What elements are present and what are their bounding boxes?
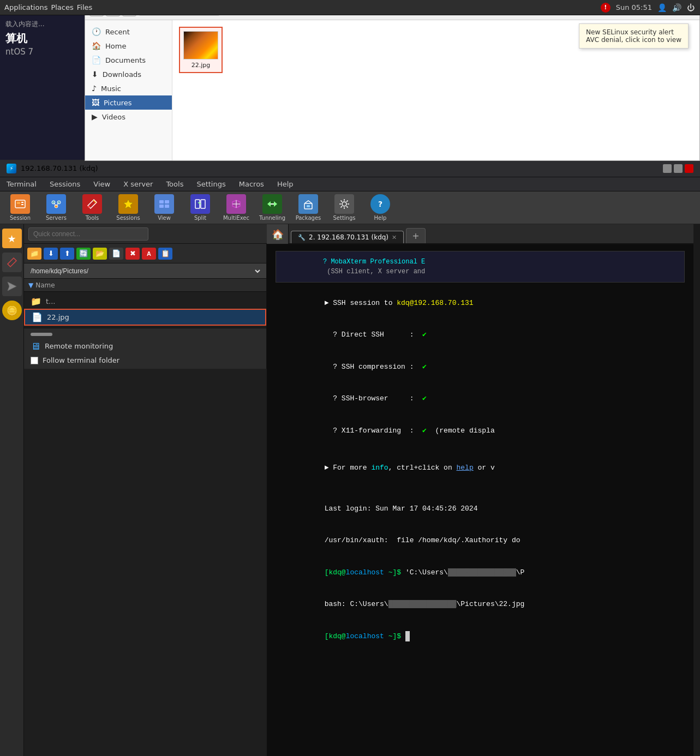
filepanel-toolbar: 📁 ⬇ ⬆ 🔄 📂 📄 ✖ A 📋 bbox=[24, 244, 266, 263]
minimize-button[interactable] bbox=[663, 164, 672, 173]
moba-filepanel: 📁 ⬇ ⬆ 🔄 📂 📄 ✖ A 📋 /home/kdq/Pictures/ bbox=[24, 244, 267, 369]
toolbar-split[interactable]: Split bbox=[187, 194, 214, 221]
home-tab-button[interactable]: 🏠 bbox=[267, 224, 289, 244]
file-item-22jpg[interactable]: 22.jpg bbox=[179, 27, 223, 73]
file-item-22jpg-moba[interactable]: 📄 22.jpg bbox=[24, 309, 266, 326]
toolbar-sessions[interactable]: Sessions bbox=[115, 194, 142, 221]
sidebar-label-pictures: Pictures bbox=[104, 99, 131, 107]
fm-notification[interactable]: New SELinux security alert AVC denial, c… bbox=[579, 23, 689, 49]
moba-title: 192.168.70.131 (kdq) bbox=[21, 164, 98, 172]
toolbar-servers[interactable]: Servers bbox=[43, 194, 70, 221]
sidebar-tools-button[interactable] bbox=[2, 253, 22, 272]
sidebar-item-videos[interactable]: ▶ Videos bbox=[85, 110, 172, 124]
toolbar-session[interactable]: Session bbox=[7, 194, 34, 221]
remote-monitor-icon: 🖥 bbox=[31, 340, 40, 352]
fp-upload-button[interactable]: ⬆ bbox=[60, 248, 74, 260]
music-icon: ♪ bbox=[92, 84, 97, 93]
tab-close-button[interactable]: ✕ bbox=[392, 234, 397, 241]
terminal-scrollbar[interactable] bbox=[693, 224, 700, 756]
folder-icon: 📁 bbox=[31, 296, 41, 307]
menu-sessions[interactable]: Sessions bbox=[47, 179, 82, 189]
follow-folder-item[interactable]: Follow terminal folder bbox=[31, 356, 260, 364]
fp-clipboard-button[interactable]: 📋 bbox=[158, 248, 172, 260]
videos-icon: ▶ bbox=[92, 112, 98, 121]
sidebar-star-button[interactable]: ★ bbox=[2, 229, 22, 248]
maximize-button[interactable] bbox=[674, 164, 683, 173]
menu-view[interactable]: View bbox=[91, 179, 112, 189]
menu-help[interactable]: Help bbox=[275, 179, 296, 189]
sidebar-item-pictures[interactable]: 🖼 Pictures bbox=[85, 95, 172, 110]
computer-label: 算机 bbox=[5, 31, 79, 46]
notification-line1: New SELinux security alert bbox=[586, 28, 681, 36]
file-item-parent[interactable]: 📁 t... bbox=[24, 294, 266, 309]
fp-newfile-button[interactable]: 📄 bbox=[109, 248, 123, 260]
moba-body: ★ 🪙 📁 ⬇ ⬆ 🔄 📂 bbox=[0, 224, 700, 756]
topbar: Applications Places Files ! Sun 05:51 👤 … bbox=[0, 0, 700, 15]
menu-terminal[interactable]: Terminal bbox=[4, 179, 39, 189]
toolbar-view[interactable]: View bbox=[151, 194, 178, 221]
menu-xserver[interactable]: X server bbox=[121, 179, 155, 189]
toolbar-tunneling[interactable]: Tunneling bbox=[259, 194, 286, 221]
toolbar-packages[interactable]: Packages bbox=[295, 194, 322, 221]
sidebar-item-recent[interactable]: 🕐 Recent bbox=[85, 25, 172, 39]
fp-newfolder-button[interactable]: 📂 bbox=[93, 248, 107, 260]
path-select[interactable]: /home/kdq/Pictures/ bbox=[28, 267, 262, 275]
sidebar-label-music: Music bbox=[101, 85, 121, 93]
tab-session1[interactable]: 🔧 2. 192.168.70.131 (kdq) ✕ bbox=[291, 231, 404, 243]
os-label: ntOS 7 bbox=[5, 47, 79, 57]
menu-macros[interactable]: Macros bbox=[237, 179, 266, 189]
menu-files[interactable]: Files bbox=[77, 3, 93, 11]
close-button[interactable] bbox=[685, 164, 693, 173]
terminal-content[interactable]: ? MobaXterm Professional E (SSH client, … bbox=[267, 244, 693, 756]
tab-add-button[interactable]: + bbox=[406, 228, 425, 243]
menu-applications[interactable]: Applications bbox=[4, 3, 47, 11]
sidebar-item-documents[interactable]: 📄 Documents bbox=[85, 53, 172, 67]
sidebar-item-downloads[interactable]: ⬇ Downloads bbox=[85, 67, 172, 81]
moba-titlebar: ⚡ 192.168.70.131 (kdq) bbox=[0, 160, 700, 177]
menu-settings[interactable]: Settings bbox=[194, 179, 228, 189]
moba-toolbar: Session Servers Tools Sessions bbox=[0, 191, 700, 224]
fp-rename-button[interactable]: A bbox=[142, 248, 156, 260]
menu-places[interactable]: Places bbox=[51, 3, 73, 11]
sidebar-label-documents: Documents bbox=[105, 56, 146, 64]
power-icon[interactable]: ⏻ bbox=[687, 3, 695, 12]
toolbar-packages-label: Packages bbox=[296, 215, 321, 221]
toolbar-tools[interactable]: Tools bbox=[79, 194, 106, 221]
remote-monitoring-item[interactable]: 🖥 Remote monitoring bbox=[31, 340, 260, 352]
svg-rect-16 bbox=[195, 200, 200, 208]
svg-rect-12 bbox=[159, 200, 164, 203]
resize-handle[interactable] bbox=[31, 333, 52, 336]
fp-open-button[interactable]: 📁 bbox=[27, 248, 41, 260]
sidebar-coin-button[interactable]: 🪙 bbox=[2, 301, 22, 320]
file-thumbnail bbox=[183, 31, 218, 59]
menu-tools[interactable]: Tools bbox=[164, 179, 186, 189]
fp-delete-button[interactable]: ✖ bbox=[125, 248, 140, 260]
toolbar-multiexec[interactable]: MultiExec bbox=[223, 194, 250, 221]
svg-rect-2 bbox=[21, 202, 23, 203]
svg-marker-11 bbox=[123, 199, 133, 209]
filepanel-files: 📁 t... 📄 22.jpg bbox=[24, 292, 266, 328]
direct-ssh-line: ? Direct SSH : ✔ bbox=[273, 319, 687, 351]
quickconnect-input[interactable] bbox=[28, 227, 148, 241]
filepanel-header: ▼ Name bbox=[24, 279, 266, 292]
volume-icon[interactable]: 🔊 bbox=[672, 3, 681, 12]
fp-refresh-button[interactable]: 🔄 bbox=[76, 248, 91, 260]
toolbar-settings[interactable]: Settings bbox=[331, 194, 358, 221]
sidebar-item-home[interactable]: 🏠 Home bbox=[85, 39, 172, 53]
sidebar-send-button[interactable] bbox=[2, 277, 22, 296]
sidebar-item-music[interactable]: ♪ Music bbox=[85, 81, 172, 95]
fp-download-button[interactable]: ⬇ bbox=[44, 248, 58, 260]
svg-rect-15 bbox=[165, 205, 169, 208]
ssh-browser-line: ? SSH-browser : ✔ bbox=[273, 383, 687, 415]
toolbar-settings-label: Settings bbox=[333, 215, 355, 221]
fm-sidebar: 🕐 Recent 🏠 Home 📄 Documents ⬇ Downloads … bbox=[85, 20, 172, 160]
toolbar-help[interactable]: ? Help bbox=[367, 194, 394, 221]
follow-folder-checkbox[interactable] bbox=[31, 357, 38, 364]
moba-menubar: Terminal Sessions View X server Tools Se… bbox=[0, 177, 700, 191]
svg-rect-3 bbox=[21, 204, 23, 205]
selinux-icon[interactable]: ! bbox=[601, 3, 611, 13]
network-icon[interactable]: 👤 bbox=[657, 3, 667, 12]
moba-tabbar: 🔧 2. 192.168.70.131 (kdq) ✕ + bbox=[289, 224, 693, 244]
filepanel-path[interactable]: /home/kdq/Pictures/ bbox=[24, 263, 266, 279]
toolbar-split-label: Split bbox=[194, 215, 206, 221]
